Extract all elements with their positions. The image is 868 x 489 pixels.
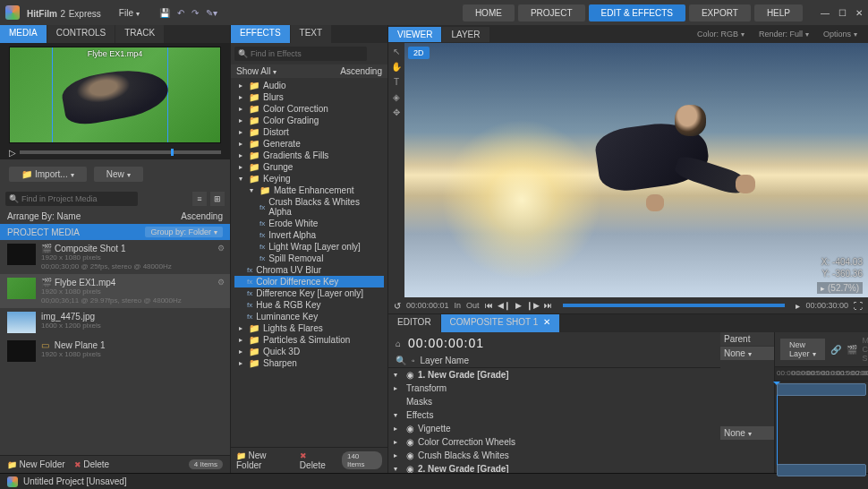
tab-track[interactable]: TRACK bbox=[115, 25, 165, 43]
new-folder-button[interactable]: 📁 New Folder bbox=[7, 459, 65, 469]
viewer-canvas[interactable]: 2D X: -404.03Y: -360.36 ▸ (52.7%) bbox=[404, 43, 868, 297]
close-icon[interactable]: ✕ bbox=[855, 8, 863, 18]
tree-node[interactable]: ▸📁Blurs bbox=[234, 91, 384, 103]
2d-badge[interactable]: 2D bbox=[408, 47, 430, 59]
link-icon[interactable]: 🔗 bbox=[830, 345, 841, 355]
media-item[interactable]: 🎬Composite Shot 11920 x 1080 pixels00;00… bbox=[0, 240, 230, 274]
tree-leaf[interactable]: fxDifference Key [Layer only] bbox=[234, 287, 384, 299]
new-layer-button[interactable]: New Layer bbox=[780, 339, 825, 360]
effects-delete[interactable]: ✖ Delete bbox=[300, 451, 333, 470]
preview-play-icon[interactable]: ▷ bbox=[9, 148, 16, 158]
clip[interactable] bbox=[777, 464, 866, 476]
tab-editor[interactable]: EDITOR bbox=[388, 314, 441, 332]
media-item[interactable]: img_4475.jpg1600 x 1200 pixels bbox=[0, 308, 230, 337]
media-item[interactable]: ▭ New Plane 11920 x 1080 pixels bbox=[0, 337, 230, 365]
layer-row[interactable]: ▸Transform bbox=[388, 382, 720, 395]
media-search-input[interactable] bbox=[5, 192, 138, 206]
tree-node[interactable]: ▸📁Grunge bbox=[234, 161, 384, 173]
tree-node[interactable]: ▸📁Sharpen bbox=[234, 357, 384, 369]
file-menu[interactable]: File bbox=[114, 6, 145, 20]
step-forward-icon[interactable]: ❙▶ bbox=[526, 301, 540, 310]
tab-layer[interactable]: LAYER bbox=[442, 27, 489, 42]
layer-row[interactable]: ▸◉ Crush Blacks & Whites bbox=[388, 449, 720, 462]
nav-edit-effects[interactable]: EDIT & EFFECTS bbox=[589, 4, 685, 21]
render-mode-dropdown[interactable]: Render: Full bbox=[753, 28, 814, 40]
brush-icon[interactable]: ✎▾ bbox=[206, 8, 217, 18]
tab-viewer[interactable]: VIEWER bbox=[388, 27, 442, 42]
fullscreen-icon[interactable]: ⛶ bbox=[854, 301, 863, 311]
timeline-timecode[interactable]: 00:00:00:01 bbox=[408, 336, 484, 350]
layer-row[interactable]: ▾Effects bbox=[388, 408, 720, 422]
media-preview[interactable]: Flybe EX1.mp4 bbox=[9, 47, 221, 143]
transport-slider[interactable] bbox=[563, 304, 786, 307]
undo-icon[interactable]: ↶ bbox=[177, 8, 184, 18]
timeline-tracks[interactable] bbox=[775, 382, 868, 473]
nav-export[interactable]: EXPORT bbox=[689, 4, 751, 21]
layer-row[interactable]: ▾◉ 1. New Grade [Grade] bbox=[388, 368, 720, 382]
nav-home[interactable]: HOME bbox=[463, 4, 515, 21]
timeline-ruler[interactable]: 00:00:00:00 00:00:05:00 00:00:10:00 00:0… bbox=[775, 367, 868, 382]
tree-node[interactable]: ▸📁Generate bbox=[234, 138, 384, 150]
comp-icon[interactable]: 🎬 bbox=[847, 345, 857, 355]
effects-sort[interactable]: Ascending bbox=[340, 66, 382, 76]
delete-button[interactable]: ✖ Delete bbox=[74, 459, 109, 469]
new-button[interactable]: New bbox=[94, 167, 143, 182]
tree-node[interactable]: ▸📁Color Correction bbox=[234, 103, 384, 115]
tree-node[interactable]: ▾📁Matte Enhancement bbox=[234, 184, 384, 196]
text-tool-icon[interactable]: T bbox=[394, 77, 399, 87]
tree-leaf[interactable]: fxLight Wrap [Layer only] bbox=[234, 241, 384, 253]
parent-dropdown[interactable]: None bbox=[720, 347, 774, 360]
parent-dropdown[interactable]: None bbox=[720, 426, 774, 440]
media-item[interactable]: 🎬Flybe EX1.mp41920 x 1080 pixels00;00;36… bbox=[0, 274, 230, 308]
tree-node[interactable]: ▾📁Keying bbox=[234, 173, 384, 184]
maximize-icon[interactable]: ☐ bbox=[838, 8, 847, 18]
tab-controls[interactable]: CONTROLS bbox=[47, 25, 116, 43]
tree-leaf[interactable]: fxLuminance Key bbox=[234, 311, 384, 322]
color-mode-dropdown[interactable]: Color: RGB bbox=[692, 28, 750, 40]
hand-tool-icon[interactable]: ✋ bbox=[391, 62, 402, 72]
tree-leaf[interactable]: fxCrush Blacks & Whites Alpha bbox=[234, 196, 384, 218]
tab-effects[interactable]: EFFECTS bbox=[231, 25, 291, 43]
out-label[interactable]: Out bbox=[466, 301, 480, 310]
tree-node[interactable]: ▸📁Particles & Simulation bbox=[234, 334, 384, 346]
gear-icon[interactable]: ⚙ bbox=[217, 244, 225, 253]
tab-media[interactable]: MEDIA bbox=[0, 25, 47, 43]
tree-node[interactable]: ▸📁Gradients & Fills bbox=[234, 150, 384, 161]
effects-new-folder[interactable]: 📁 New Folder bbox=[236, 450, 291, 470]
move-tool-icon[interactable]: ✥ bbox=[393, 107, 400, 117]
nav-project[interactable]: PROJECT bbox=[518, 4, 585, 21]
tree-leaf[interactable]: fxHue & RGB Key bbox=[234, 299, 384, 311]
tree-node[interactable]: ▸📁Audio bbox=[234, 80, 384, 91]
clip[interactable] bbox=[777, 383, 866, 396]
nav-help[interactable]: HELP bbox=[754, 4, 803, 21]
tree-node[interactable]: ▸📁Lights & Flares bbox=[234, 322, 384, 334]
tree-leaf[interactable]: fxInvert Alpha bbox=[234, 229, 384, 241]
in-label[interactable]: In bbox=[455, 301, 462, 310]
tree-leaf[interactable]: fxErode White bbox=[234, 218, 384, 229]
effects-search-input[interactable] bbox=[234, 47, 367, 61]
tree-node[interactable]: ▸📁Distort bbox=[234, 126, 384, 138]
list-view-icon[interactable]: ≡ bbox=[192, 192, 207, 206]
tc-step-icon[interactable]: ▸ bbox=[796, 301, 800, 311]
import-button[interactable]: 📁Import... bbox=[9, 167, 87, 182]
layer-row[interactable]: Masks bbox=[388, 395, 720, 408]
goto-end-icon[interactable]: ⏭ bbox=[544, 301, 552, 310]
pointer-tool-icon[interactable]: ↖ bbox=[393, 47, 400, 56]
tree-node[interactable]: ▸📁Color Grading bbox=[234, 115, 384, 126]
group-by-dropdown[interactable]: Group by: Folder bbox=[145, 227, 223, 237]
tl-home-icon[interactable]: ⌂ bbox=[396, 339, 401, 348]
tree-node[interactable]: ▸📁Quick 3D bbox=[234, 346, 384, 357]
mask-tool-icon[interactable]: ◈ bbox=[393, 92, 400, 102]
sort-ascending[interactable]: Ascending bbox=[181, 211, 223, 221]
step-back-icon[interactable]: ◀❙ bbox=[498, 301, 511, 310]
gear-icon[interactable]: ⚙ bbox=[217, 278, 225, 287]
preview-scrubber[interactable] bbox=[20, 150, 221, 154]
tab-composite-shot[interactable]: COMPOSITE SHOT 1 ✕ bbox=[441, 314, 560, 332]
tree-leaf-selected[interactable]: fxColor Difference Key bbox=[234, 276, 384, 287]
layer-row[interactable]: ▸◉ Vignette bbox=[388, 422, 720, 435]
arrange-by[interactable]: Arrange By: Name bbox=[7, 211, 81, 221]
save-icon[interactable]: 💾 bbox=[159, 8, 170, 18]
layer-row[interactable]: ▸◉ Color Correction Wheels bbox=[388, 435, 720, 449]
tree-leaf[interactable]: fxSpill Removal bbox=[234, 253, 384, 264]
effects-filter-dropdown[interactable]: Show All bbox=[236, 66, 277, 76]
